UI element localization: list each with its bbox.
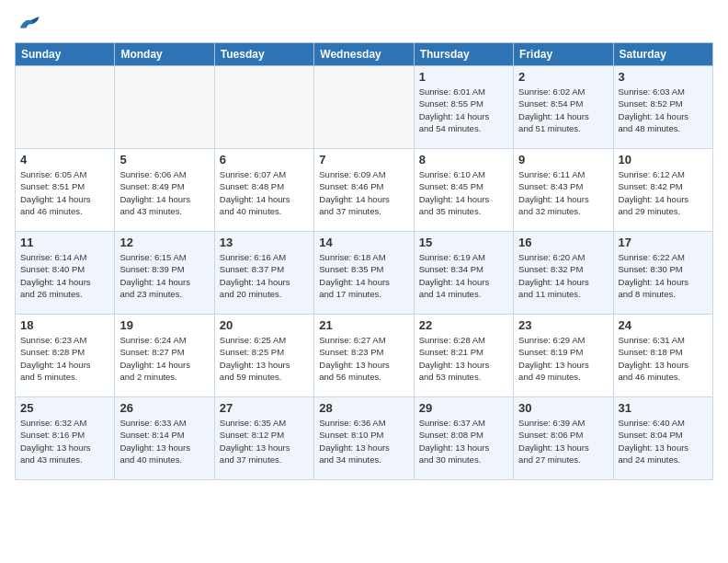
day-number: 9 bbox=[518, 153, 608, 167]
day-number: 16 bbox=[518, 236, 608, 249]
calendar-cell: 20Sunrise: 6:25 AM Sunset: 8:25 PM Dayli… bbox=[214, 315, 313, 397]
calendar-week-row: 4Sunrise: 6:05 AM Sunset: 8:51 PM Daylig… bbox=[16, 149, 713, 232]
day-number: 13 bbox=[220, 236, 309, 249]
day-number: 29 bbox=[419, 401, 508, 415]
weekday-header-wednesday: Wednesday bbox=[314, 43, 414, 66]
page-header bbox=[15, 15, 713, 35]
day-number: 26 bbox=[119, 401, 209, 415]
day-detail: Sunrise: 6:23 AM Sunset: 8:28 PM Dayligh… bbox=[20, 334, 109, 383]
weekday-header-thursday: Thursday bbox=[414, 43, 513, 66]
calendar-cell: 26Sunrise: 6:33 AM Sunset: 8:14 PM Dayli… bbox=[115, 397, 214, 480]
calendar-cell: 11Sunrise: 6:14 AM Sunset: 8:40 PM Dayli… bbox=[16, 232, 115, 315]
calendar-table: SundayMondayTuesdayWednesdayThursdayFrid… bbox=[15, 42, 713, 480]
calendar-cell: 15Sunrise: 6:19 AM Sunset: 8:34 PM Dayli… bbox=[414, 232, 513, 315]
day-number: 7 bbox=[319, 153, 408, 167]
calendar-cell: 6Sunrise: 6:07 AM Sunset: 8:48 PM Daylig… bbox=[214, 149, 313, 232]
calendar-cell: 19Sunrise: 6:24 AM Sunset: 8:27 PM Dayli… bbox=[115, 315, 214, 397]
day-detail: Sunrise: 6:03 AM Sunset: 8:52 PM Dayligh… bbox=[619, 86, 708, 134]
calendar-cell: 10Sunrise: 6:12 AM Sunset: 8:42 PM Dayli… bbox=[613, 149, 712, 232]
calendar-cell bbox=[314, 66, 414, 149]
day-detail: Sunrise: 6:14 AM Sunset: 8:40 PM Dayligh… bbox=[20, 251, 109, 300]
calendar-cell: 27Sunrise: 6:35 AM Sunset: 8:12 PM Dayli… bbox=[214, 397, 313, 480]
weekday-header-sunday: Sunday bbox=[16, 43, 115, 66]
day-detail: Sunrise: 6:11 AM Sunset: 8:43 PM Dayligh… bbox=[518, 168, 608, 217]
day-detail: Sunrise: 6:33 AM Sunset: 8:14 PM Dayligh… bbox=[119, 417, 209, 465]
day-detail: Sunrise: 6:12 AM Sunset: 8:42 PM Dayligh… bbox=[619, 168, 708, 217]
day-detail: Sunrise: 6:09 AM Sunset: 8:46 PM Dayligh… bbox=[319, 168, 408, 217]
day-detail: Sunrise: 6:25 AM Sunset: 8:25 PM Dayligh… bbox=[220, 334, 309, 383]
day-detail: Sunrise: 6:32 AM Sunset: 8:16 PM Dayligh… bbox=[20, 417, 109, 465]
day-number: 12 bbox=[119, 236, 209, 249]
calendar-cell: 5Sunrise: 6:06 AM Sunset: 8:49 PM Daylig… bbox=[115, 149, 214, 232]
day-detail: Sunrise: 6:35 AM Sunset: 8:12 PM Dayligh… bbox=[220, 417, 309, 465]
weekday-header-saturday: Saturday bbox=[613, 43, 712, 66]
day-number: 24 bbox=[619, 318, 708, 332]
calendar-cell: 18Sunrise: 6:23 AM Sunset: 8:28 PM Dayli… bbox=[16, 315, 115, 397]
calendar-cell: 4Sunrise: 6:05 AM Sunset: 8:51 PM Daylig… bbox=[16, 149, 115, 232]
calendar-cell bbox=[16, 66, 115, 149]
calendar-header-row: SundayMondayTuesdayWednesdayThursdayFrid… bbox=[16, 43, 713, 66]
day-number: 14 bbox=[319, 236, 408, 249]
day-number: 10 bbox=[619, 153, 708, 167]
day-number: 3 bbox=[619, 70, 708, 84]
calendar-week-row: 25Sunrise: 6:32 AM Sunset: 8:16 PM Dayli… bbox=[16, 397, 713, 480]
calendar-week-row: 18Sunrise: 6:23 AM Sunset: 8:28 PM Dayli… bbox=[16, 315, 713, 397]
calendar-cell: 8Sunrise: 6:10 AM Sunset: 8:45 PM Daylig… bbox=[414, 149, 513, 232]
calendar-week-row: 1Sunrise: 6:01 AM Sunset: 8:55 PM Daylig… bbox=[16, 66, 713, 149]
day-number: 31 bbox=[619, 401, 708, 415]
day-number: 18 bbox=[20, 318, 109, 332]
weekday-header-monday: Monday bbox=[115, 43, 214, 66]
day-number: 1 bbox=[419, 70, 508, 84]
weekday-header-tuesday: Tuesday bbox=[214, 43, 313, 66]
day-detail: Sunrise: 6:37 AM Sunset: 8:08 PM Dayligh… bbox=[419, 417, 508, 465]
calendar-cell: 28Sunrise: 6:36 AM Sunset: 8:10 PM Dayli… bbox=[314, 397, 414, 480]
day-detail: Sunrise: 6:28 AM Sunset: 8:21 PM Dayligh… bbox=[419, 334, 508, 383]
calendar-cell: 14Sunrise: 6:18 AM Sunset: 8:35 PM Dayli… bbox=[314, 232, 414, 315]
day-detail: Sunrise: 6:20 AM Sunset: 8:32 PM Dayligh… bbox=[518, 251, 608, 300]
day-detail: Sunrise: 6:10 AM Sunset: 8:45 PM Dayligh… bbox=[419, 168, 508, 217]
calendar-cell bbox=[214, 66, 313, 149]
day-number: 30 bbox=[518, 401, 608, 415]
day-number: 2 bbox=[518, 70, 608, 84]
calendar-cell: 12Sunrise: 6:15 AM Sunset: 8:39 PM Dayli… bbox=[115, 232, 214, 315]
day-detail: Sunrise: 6:36 AM Sunset: 8:10 PM Dayligh… bbox=[319, 417, 408, 465]
day-number: 8 bbox=[419, 153, 508, 167]
day-detail: Sunrise: 6:05 AM Sunset: 8:51 PM Dayligh… bbox=[20, 168, 109, 217]
calendar-week-row: 11Sunrise: 6:14 AM Sunset: 8:40 PM Dayli… bbox=[16, 232, 713, 315]
calendar-cell: 23Sunrise: 6:29 AM Sunset: 8:19 PM Dayli… bbox=[514, 315, 613, 397]
day-detail: Sunrise: 6:39 AM Sunset: 8:06 PM Dayligh… bbox=[518, 417, 608, 465]
day-detail: Sunrise: 6:01 AM Sunset: 8:55 PM Dayligh… bbox=[419, 86, 508, 134]
calendar-cell: 17Sunrise: 6:22 AM Sunset: 8:30 PM Dayli… bbox=[613, 232, 712, 315]
day-number: 6 bbox=[220, 153, 309, 167]
day-number: 19 bbox=[119, 318, 209, 332]
day-detail: Sunrise: 6:22 AM Sunset: 8:30 PM Dayligh… bbox=[619, 251, 708, 300]
calendar-cell: 7Sunrise: 6:09 AM Sunset: 8:46 PM Daylig… bbox=[314, 149, 414, 232]
day-detail: Sunrise: 6:06 AM Sunset: 8:49 PM Dayligh… bbox=[119, 168, 209, 217]
calendar-cell: 1Sunrise: 6:01 AM Sunset: 8:55 PM Daylig… bbox=[414, 66, 513, 149]
logo-bird-icon bbox=[15, 15, 40, 35]
logo bbox=[15, 15, 44, 35]
calendar-cell: 16Sunrise: 6:20 AM Sunset: 8:32 PM Dayli… bbox=[514, 232, 613, 315]
day-detail: Sunrise: 6:19 AM Sunset: 8:34 PM Dayligh… bbox=[419, 251, 508, 300]
calendar-cell: 29Sunrise: 6:37 AM Sunset: 8:08 PM Dayli… bbox=[414, 397, 513, 480]
calendar-cell: 3Sunrise: 6:03 AM Sunset: 8:52 PM Daylig… bbox=[613, 66, 712, 149]
day-detail: Sunrise: 6:15 AM Sunset: 8:39 PM Dayligh… bbox=[119, 251, 209, 300]
weekday-header-friday: Friday bbox=[514, 43, 613, 66]
calendar-cell bbox=[115, 66, 214, 149]
day-number: 5 bbox=[119, 153, 209, 167]
calendar-cell: 21Sunrise: 6:27 AM Sunset: 8:23 PM Dayli… bbox=[314, 315, 414, 397]
day-detail: Sunrise: 6:24 AM Sunset: 8:27 PM Dayligh… bbox=[119, 334, 209, 383]
day-number: 28 bbox=[319, 401, 408, 415]
day-detail: Sunrise: 6:18 AM Sunset: 8:35 PM Dayligh… bbox=[319, 251, 408, 300]
day-number: 15 bbox=[419, 236, 508, 249]
calendar-cell: 2Sunrise: 6:02 AM Sunset: 8:54 PM Daylig… bbox=[514, 66, 613, 149]
day-number: 21 bbox=[319, 318, 408, 332]
day-number: 17 bbox=[619, 236, 708, 249]
day-detail: Sunrise: 6:31 AM Sunset: 8:18 PM Dayligh… bbox=[619, 334, 708, 383]
day-detail: Sunrise: 6:27 AM Sunset: 8:23 PM Dayligh… bbox=[319, 334, 408, 383]
day-number: 11 bbox=[20, 236, 109, 249]
calendar-cell: 25Sunrise: 6:32 AM Sunset: 8:16 PM Dayli… bbox=[16, 397, 115, 480]
day-detail: Sunrise: 6:29 AM Sunset: 8:19 PM Dayligh… bbox=[518, 334, 608, 383]
calendar-cell: 30Sunrise: 6:39 AM Sunset: 8:06 PM Dayli… bbox=[514, 397, 613, 480]
calendar-cell: 9Sunrise: 6:11 AM Sunset: 8:43 PM Daylig… bbox=[514, 149, 613, 232]
